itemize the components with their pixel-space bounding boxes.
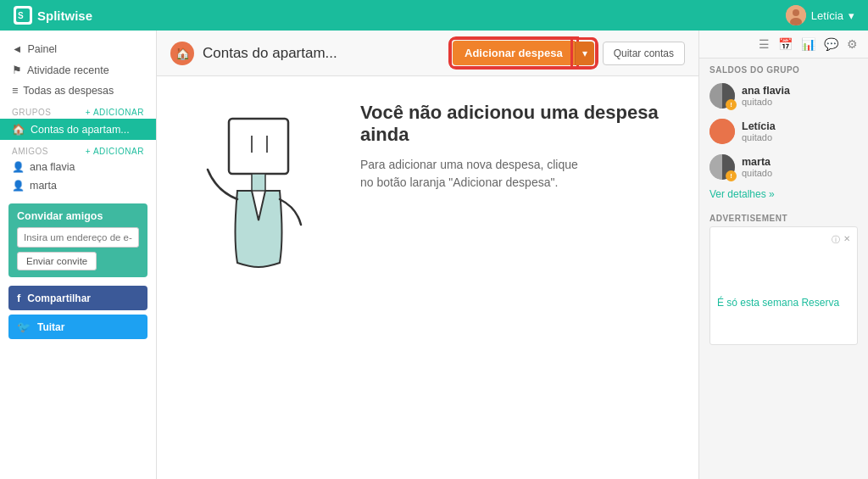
empty-heading: Você não adicionou uma despesa ainda [360, 102, 665, 146]
add-friend-link[interactable]: + adicionar [86, 147, 144, 156]
sidebar-item-grupo-active[interactable]: 🏠 Contas do apartam... [0, 119, 156, 140]
svg-point-10 [709, 119, 735, 144]
sidebar-item-painel[interactable]: ◄ Painel [0, 39, 156, 59]
invite-box: Convidar amigos Enviar convite [8, 203, 147, 277]
ad-content: É só esta semana Reserva [717, 297, 850, 309]
chat-icon[interactable]: 💬 [822, 36, 840, 53]
svg-point-3 [793, 9, 799, 16]
amigos-section: AMIGOS + adicionar [0, 140, 156, 158]
empty-text: Você não adicionou uma despesa ainda Par… [360, 102, 665, 192]
warn-badge-ana: ! [726, 99, 737, 110]
right-toolbar: ☰ 📅 📊 💬 ⚙ [699, 31, 868, 58]
user-name: Letícia [811, 9, 843, 22]
friend-icon: 👤 [12, 161, 25, 173]
invite-button[interactable]: Enviar convite [17, 252, 97, 270]
ad-title: ADVERTISEMENT [699, 207, 868, 226]
list-view-icon[interactable]: ☰ [757, 36, 771, 53]
balance-item-marta: ! marta quitado [699, 149, 868, 185]
ver-detalhes-link[interactable]: Ver detalhes » [699, 185, 868, 207]
facebook-share-button[interactable]: f Compartilhar [8, 286, 147, 310]
add-group-link[interactable]: + adicionar [86, 108, 144, 117]
balance-item-leticia: Letícia quitado [699, 114, 868, 149]
despesas-icon: ≡ [12, 85, 18, 97]
ad-info-icon[interactable]: ⓘ [832, 234, 840, 246]
twitter-icon: 🐦 [17, 320, 31, 333]
avatar-ana: ! [709, 83, 735, 109]
main-header: 🏠 Contas do apartam... Adicionar despesa… [157, 31, 698, 76]
friend-icon: 👤 [12, 180, 25, 192]
brand: S Splitwise [14, 6, 92, 25]
twitter-share-button[interactable]: 🐦 Tuitar [8, 315, 147, 339]
quit-button[interactable]: Quitar contas [603, 42, 685, 65]
svg-rect-8 [252, 174, 265, 191]
add-expense-group: Adicionar despesa ▾ [449, 37, 598, 69]
painel-icon: ◄ [12, 43, 22, 55]
balance-item-ana: ! ana flavia quitado [699, 78, 868, 114]
balance-info-ana: ana flavia quitado [742, 85, 790, 107]
page-title: Contas do apartam... [203, 45, 441, 62]
left-sidebar: ◄ Painel ⚑ Atividade recente ≡ Todas as … [0, 31, 157, 479]
sidebar-item-despesas[interactable]: ≡ Todas as despesas [0, 81, 156, 101]
svg-text:S: S [18, 11, 24, 20]
atividade-icon: ⚑ [12, 64, 22, 76]
header-actions: Adicionar despesa ▾ Quitar contas [449, 37, 685, 69]
avatar-leticia [709, 119, 735, 144]
grupos-section: GRUPOS + adicionar [0, 101, 156, 119]
grupo-icon: 🏠 [12, 123, 25, 136]
invite-email-input[interactable] [17, 227, 139, 248]
balance-info-leticia: Letícia quitado [742, 120, 776, 142]
avatar [786, 5, 806, 25]
settings-icon[interactable]: ⚙ [845, 36, 860, 53]
calendar-icon[interactable]: 📅 [776, 36, 794, 53]
empty-illustration [191, 102, 326, 291]
svg-rect-5 [229, 119, 288, 174]
facebook-icon: f [17, 292, 20, 304]
layout: ◄ Painel ⚑ Atividade recente ≡ Todas as … [0, 31, 868, 479]
main-content: 🏠 Contas do apartam... Adicionar despesa… [157, 31, 698, 479]
brand-name: Splitwise [37, 8, 92, 23]
add-expense-arrow-button[interactable]: ▾ [575, 42, 594, 65]
group-icon: 🏠 [170, 42, 194, 65]
balance-info-marta: marta quitado [742, 156, 772, 178]
ad-header: ⓘ ✕ [717, 234, 850, 246]
user-chevron-icon: ▾ [849, 9, 854, 22]
main-body: Você não adicionou uma despesa ainda Par… [157, 76, 698, 316]
user-menu[interactable]: Letícia ▾ [786, 5, 854, 25]
add-expense-button[interactable]: Adicionar despesa [453, 41, 575, 65]
invite-title: Convidar amigos [17, 210, 139, 222]
chart-icon[interactable]: 📊 [799, 36, 817, 53]
share-buttons: f Compartilhar 🐦 Tuitar [8, 286, 147, 339]
sidebar-item-atividade[interactable]: ⚑ Atividade recente [0, 59, 156, 81]
ad-close-icon[interactable]: ✕ [843, 234, 850, 246]
friend-ana[interactable]: 👤 ana flavia [0, 158, 156, 176]
brand-icon: S [14, 6, 32, 25]
empty-body: Para adicionar uma nova despesa, clique … [360, 156, 581, 192]
friend-marta[interactable]: 👤 marta [0, 176, 156, 195]
top-nav: S Splitwise Letícia ▾ [0, 0, 868, 31]
avatar-marta: ! [709, 154, 735, 180]
ad-box: ⓘ ✕ É só esta semana Reserva [709, 226, 858, 345]
warn-badge-marta: ! [726, 170, 737, 181]
saldos-title: SALDOS DO GRUPO [699, 58, 868, 78]
right-sidebar: ☰ 📅 📊 💬 ⚙ SALDOS DO GRUPO ! ana flavia q… [698, 31, 868, 479]
